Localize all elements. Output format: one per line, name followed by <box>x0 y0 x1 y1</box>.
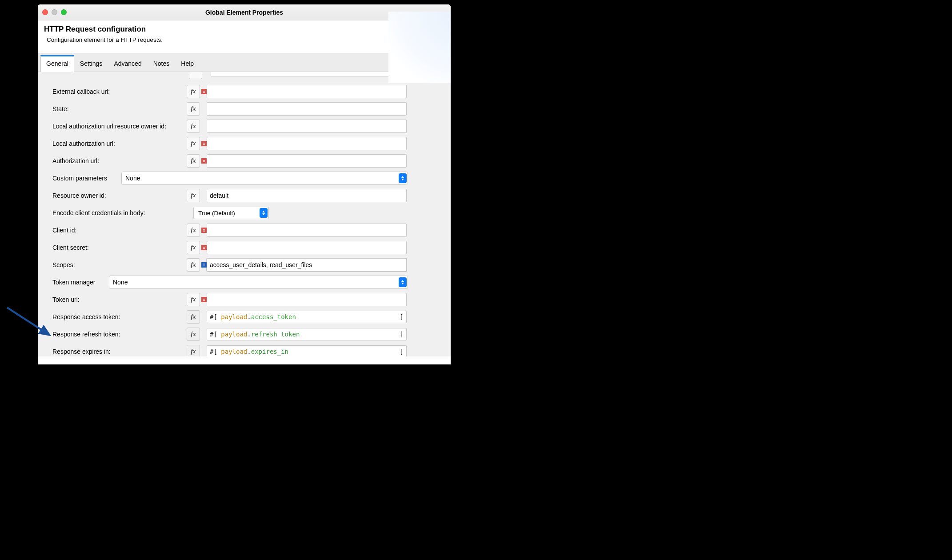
fx-button[interactable]: fx <box>187 120 200 133</box>
chevron-updown-icon <box>399 277 407 287</box>
fx-button[interactable]: fx <box>187 102 200 116</box>
field-label: Response refresh token: <box>51 331 187 338</box>
tab-general[interactable]: General <box>40 55 74 72</box>
error-icon: x <box>201 245 207 250</box>
select-value: True (Default) <box>198 210 235 216</box>
local-auth-url-ro-id-input[interactable] <box>207 120 407 133</box>
fx-button[interactable]: fx <box>187 189 200 202</box>
field-label: External callback url: <box>51 88 187 95</box>
page-subtitle: Configuration element for a HTTP request… <box>47 36 444 43</box>
field-label: State: <box>51 105 187 112</box>
select-value: None <box>113 279 128 286</box>
response-expires-in-input[interactable]: #[ payload.expires_in] <box>207 345 407 356</box>
fx-button[interactable]: fx <box>187 293 200 306</box>
tab-advanced[interactable]: Advanced <box>108 55 147 72</box>
field-label: Custom parameters <box>51 175 121 182</box>
tab-help[interactable]: Help <box>175 55 200 72</box>
field-label: Client id: <box>51 227 187 234</box>
response-access-token-row: Response access token: fx #[ payload.acc… <box>51 308 437 325</box>
token-url-input[interactable] <box>207 293 407 306</box>
field-label: Client secret: <box>51 244 187 251</box>
error-icon: x <box>201 228 207 233</box>
field-label: Token url: <box>51 296 187 303</box>
client-secret-row: Client secret: fx x <box>51 239 437 256</box>
dialog-header: HTTP Request configuration Configuration… <box>38 20 451 53</box>
truncated-row <box>51 72 437 80</box>
maximize-window-icon[interactable] <box>61 9 67 15</box>
fx-button[interactable]: fx <box>187 328 200 341</box>
fx-button[interactable]: fx <box>187 345 200 356</box>
window-title: Global Element Properties <box>38 9 451 16</box>
text-field-partial[interactable] <box>211 72 410 76</box>
client-id-row: Client id: fx x <box>51 222 437 239</box>
fx-button[interactable]: fx <box>187 224 200 237</box>
tab-bar: General Settings Advanced Notes Help <box>38 53 451 72</box>
titlebar: Global Element Properties <box>38 4 451 20</box>
client-secret-input[interactable] <box>207 241 407 254</box>
response-refresh-token-input[interactable]: #[ payload.refresh_token] <box>207 328 407 340</box>
resource-owner-id-row: Resource owner id: fx <box>51 187 437 204</box>
authorization-url-input[interactable] <box>207 154 407 168</box>
resource-owner-id-input[interactable] <box>207 189 407 202</box>
fx-button[interactable]: fx <box>187 310 200 324</box>
token-manager-select[interactable]: None <box>109 276 408 289</box>
external-callback-url-row: External callback url: fx x <box>51 83 437 100</box>
chevron-updown-icon <box>399 173 407 183</box>
local-auth-url-row: Local authorization url: fx x <box>51 135 437 152</box>
client-id-input[interactable] <box>207 224 407 237</box>
field-label: Token manager <box>51 279 109 286</box>
response-expires-in-row: Response expires in: fx #[ payload.expir… <box>51 343 437 356</box>
error-icon: x <box>201 89 207 94</box>
global-element-properties-dialog: Global Element Properties HTTP Request c… <box>38 4 451 364</box>
field-label: Authorization url: <box>51 157 187 164</box>
state-row: State: fx <box>51 100 437 117</box>
external-callback-url-input[interactable] <box>207 85 407 98</box>
select-value: None <box>125 175 140 182</box>
scopes-input[interactable] <box>207 258 407 272</box>
tab-notes[interactable]: Notes <box>148 55 176 72</box>
local-auth-url-input[interactable] <box>207 137 407 150</box>
form-area: External callback url: fx x State: fx Lo… <box>38 72 451 356</box>
error-icon: x <box>201 158 207 164</box>
response-access-token-input[interactable]: #[ payload.access_token] <box>207 311 407 323</box>
field-label: Resource owner id: <box>51 192 187 199</box>
encode-client-credentials-select[interactable]: True (Default) <box>193 207 269 219</box>
fx-button[interactable]: fx <box>187 137 200 150</box>
field-label: Response expires in: <box>51 348 187 355</box>
fx-button[interactable] <box>189 72 202 79</box>
state-input[interactable] <box>207 102 407 116</box>
fx-button[interactable]: fx <box>187 241 200 254</box>
authorization-url-row: Authorization url: fx x <box>51 152 437 169</box>
token-url-row: Token url: fx x <box>51 291 437 308</box>
field-label: Encode client credentials in body: <box>51 209 187 216</box>
page-title: HTTP Request configuration <box>44 25 444 34</box>
field-label: Response access token: <box>51 313 187 320</box>
error-icon: x <box>201 141 207 146</box>
fx-button[interactable]: fx <box>187 85 200 98</box>
field-label: Scopes: <box>51 261 187 268</box>
scopes-row: Scopes: fx i <box>51 256 437 273</box>
window-controls <box>42 9 67 15</box>
info-icon: i <box>201 262 207 268</box>
local-auth-url-ro-id-row: Local authorization url resource owner i… <box>51 118 437 135</box>
close-window-icon[interactable] <box>42 9 48 15</box>
tab-settings[interactable]: Settings <box>74 55 108 72</box>
encode-client-credentials-row: Encode client credentials in body: True … <box>51 204 437 221</box>
fx-button[interactable]: fx <box>187 154 200 168</box>
custom-parameters-select[interactable]: None <box>121 172 408 185</box>
custom-parameters-row: Custom parameters None <box>51 170 437 187</box>
minimize-window-icon[interactable] <box>52 9 57 15</box>
field-label: Local authorization url: <box>51 140 187 147</box>
token-manager-row: Token manager None <box>51 274 437 291</box>
field-label: Local authorization url resource owner i… <box>51 123 187 130</box>
fx-button[interactable]: fx <box>187 258 200 272</box>
error-icon: x <box>201 297 207 302</box>
chevron-updown-icon <box>260 208 268 218</box>
response-refresh-token-row: Response refresh token: fx #[ payload.re… <box>51 326 437 343</box>
